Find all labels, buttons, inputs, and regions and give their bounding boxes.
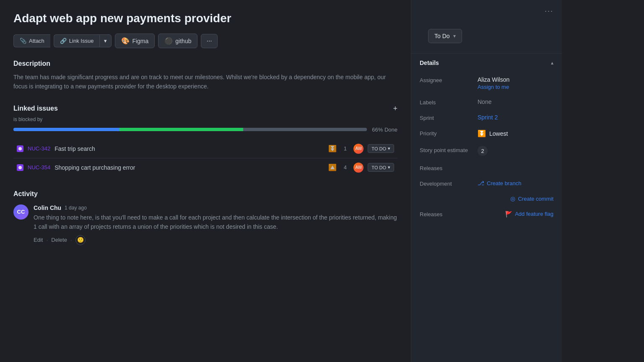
priority-row: Priority ⏬ Lowest <box>411 125 562 142</box>
attach-label: Attach <box>29 38 44 44</box>
linked-issues-heading: Linked issues <box>13 105 58 112</box>
issue-row: NUC-354 Shopping cart purchasing error 🔼… <box>13 158 397 177</box>
activity-meta: Colin Chu 1 day ago <box>34 204 397 211</box>
sidebar-more-button[interactable]: ··· <box>545 7 553 16</box>
priority-icon: ⏬ <box>328 145 337 153</box>
status-row: To Do ▾ <box>411 22 562 47</box>
activity-body: Colin Chu 1 day ago One thing to note he… <box>34 204 397 245</box>
details-heading: Details <box>420 59 439 66</box>
issue-title: Fast trip search <box>55 145 324 152</box>
linked-issues-header: Linked issues + <box>13 105 397 112</box>
paperclip-icon: 📎 <box>20 38 26 44</box>
issue-points: 4 <box>341 164 349 171</box>
story-points-key: Story point estimate <box>420 146 474 154</box>
avatar: CC <box>13 204 29 220</box>
development-key: Development <box>420 180 474 187</box>
flag-icon: 🚩 <box>505 211 512 217</box>
sprint-row: Sprint Sprint 2 <box>411 110 562 125</box>
activity-author: Colin Chu <box>34 204 61 211</box>
delete-comment-button[interactable]: Delete <box>51 237 67 243</box>
add-reaction-button[interactable]: 🙂 <box>75 235 86 245</box>
separator: · <box>70 237 72 243</box>
description-heading: Description <box>13 60 397 67</box>
issue-id[interactable]: NUC-354 <box>28 164 50 171</box>
issue-avatar: AW <box>353 144 364 154</box>
chevron-down-icon: ▾ <box>388 165 390 170</box>
add-feature-flag-row: Releases 🚩 Add feature flag <box>411 206 562 222</box>
create-commit-label: Create commit <box>518 196 553 202</box>
attach-button[interactable]: 📎 Attach <box>13 34 50 47</box>
progress-in-progress-segment <box>119 128 243 131</box>
progress-bar <box>13 128 367 131</box>
priority-icon: 🔼 <box>328 163 337 171</box>
issue-points: 1 <box>341 145 349 152</box>
add-linked-issue-button[interactable]: + <box>393 105 397 112</box>
activity-text: One thing to note here, is that you'll n… <box>34 213 397 232</box>
assignee-value: Aliza Wilson Assign to me <box>478 76 553 90</box>
chevron-down-icon: ▾ <box>388 146 390 151</box>
collapse-icon: ▴ <box>551 60 553 66</box>
issue-id[interactable]: NUC-342 <box>28 145 50 152</box>
branch-icon: ⎇ <box>478 180 484 186</box>
add-feature-flag-label: Add feature flag <box>515 211 553 217</box>
labels-key: Labels <box>420 98 474 106</box>
sprint-value[interactable]: Sprint 2 <box>478 114 553 121</box>
assignee-key: Assignee <box>420 76 474 83</box>
progress-done-segment <box>13 128 119 131</box>
activity-heading: Activity <box>13 190 397 198</box>
story-point-value: 2 <box>478 146 488 156</box>
progress-label: 66% Done <box>372 127 397 133</box>
priority-lowest-icon: ⏬ <box>478 129 486 137</box>
sidebar-top: ··· <box>411 0 562 22</box>
details-section: Details ▴ Assignee Aliza Wilson Assign t… <box>411 53 562 222</box>
progress-container: 66% Done <box>13 127 397 133</box>
labels-value: None <box>478 98 553 105</box>
edit-comment-button[interactable]: Edit <box>34 237 43 243</box>
details-header[interactable]: Details ▴ <box>411 54 562 72</box>
releases-row: Releases <box>411 160 562 176</box>
priority-value: ⏬ Lowest <box>478 129 553 137</box>
blocked-by-label: is blocked by <box>13 116 397 122</box>
status-dropdown[interactable]: To Do ▾ <box>428 29 462 43</box>
issue-title: Shopping cart purchasing error <box>55 164 324 171</box>
labels-row: Labels None <box>411 94 562 110</box>
development-links: ⎇ Create branch <box>478 180 521 186</box>
add-feature-flag-link[interactable]: 🚩 Add feature flag <box>505 211 553 217</box>
page-title: Adapt web app new payments provider <box>13 12 397 25</box>
link-icon: 🔗 <box>60 38 67 44</box>
description-section: Description The team has made significan… <box>13 60 397 91</box>
priority-text: Lowest <box>489 130 508 137</box>
more-options-button[interactable]: ··· <box>201 34 217 48</box>
github-icon: ⚫ <box>164 37 173 45</box>
activity-section: Activity CC Colin Chu 1 day ago One thin… <box>13 190 397 245</box>
development-row: Development ⎇ Create branch <box>411 176 562 191</box>
figma-label: Figma <box>132 38 148 44</box>
figma-icon: 🎨 <box>121 37 130 45</box>
issue-type-icon <box>17 145 23 152</box>
story-points-row: Story point estimate 2 <box>411 142 562 160</box>
priority-key: Priority <box>420 129 474 137</box>
sidebar: ··· To Do ▾ Details ▴ Assignee Aliza Wil… <box>411 0 562 362</box>
linked-issues-section: Linked issues + is blocked by 66% Done N… <box>13 105 397 177</box>
assign-to-me-link[interactable]: Assign to me <box>478 84 553 90</box>
create-branch-link[interactable]: ⎇ Create branch <box>478 180 521 186</box>
figma-button[interactable]: 🎨 Figma <box>115 34 155 48</box>
create-commit-row: ◎ Create commit <box>411 191 562 206</box>
create-commit-link[interactable]: ◎ Create commit <box>510 195 553 202</box>
github-label: github <box>175 38 191 44</box>
link-issue-group: 🔗 Link Issue ▾ <box>54 34 112 47</box>
status-text: TO DO <box>371 165 386 170</box>
github-button[interactable]: ⚫ github <box>158 34 197 48</box>
activity-time: 1 day ago <box>65 205 87 211</box>
commit-icon: ◎ <box>510 195 515 202</box>
sprint-key: Sprint <box>420 114 474 121</box>
link-issue-dropdown-button[interactable]: ▾ <box>99 34 112 47</box>
issue-status-badge[interactable]: TO DO ▾ <box>368 163 394 172</box>
issue-avatar: AW <box>353 163 364 173</box>
releases2-key: Releases <box>420 210 474 217</box>
issue-status-badge[interactable]: TO DO ▾ <box>368 144 394 153</box>
activity-item: CC Colin Chu 1 day ago One thing to note… <box>13 204 397 245</box>
create-branch-label: Create branch <box>487 180 521 186</box>
link-issue-button[interactable]: 🔗 Link Issue <box>54 34 100 47</box>
issue-type-icon <box>17 164 23 171</box>
